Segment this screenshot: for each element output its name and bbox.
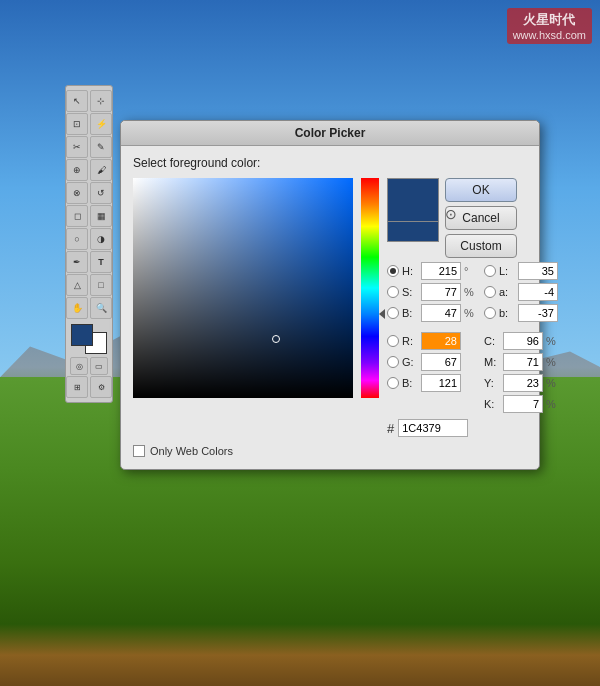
color-picker-dialog: Color Picker Select foreground color: bbox=[120, 120, 540, 470]
label-g: G: bbox=[402, 356, 418, 368]
extra-tool-2[interactable]: ⚙ bbox=[90, 376, 112, 398]
input-l[interactable] bbox=[518, 262, 558, 280]
color-field-wrap bbox=[133, 178, 353, 398]
field-row-s: S: % bbox=[387, 283, 478, 301]
input-b2[interactable] bbox=[421, 374, 461, 392]
watermark-logo: 火星时代 bbox=[513, 11, 586, 29]
preview-buttons-row: ⊙ OK Cancel Custom bbox=[387, 178, 560, 258]
radio-b[interactable] bbox=[387, 307, 399, 319]
field-row-k: K: % bbox=[484, 395, 560, 413]
field-row-m: M: % bbox=[484, 353, 560, 371]
eye-dropper-icon[interactable]: ⊙ bbox=[445, 206, 457, 222]
radio-s[interactable] bbox=[387, 286, 399, 298]
shape-tool[interactable]: □ bbox=[90, 274, 112, 296]
toolbar-panel: ↖ ⊹ ⊡ ⚡ ✂ ✎ ⊕ 🖌 ⊗ ↺ ◻ ▦ ○ ◑ ✒ T △ □ ✋ 🔍 bbox=[65, 85, 113, 403]
color-preview-current bbox=[387, 178, 439, 222]
label-c: C: bbox=[484, 335, 500, 347]
input-a[interactable] bbox=[518, 283, 558, 301]
brush-tool[interactable]: 🖌 bbox=[90, 159, 112, 181]
hex-row: # bbox=[387, 419, 560, 437]
unit-h: ° bbox=[464, 265, 478, 277]
input-r[interactable] bbox=[421, 332, 461, 350]
input-b[interactable] bbox=[421, 304, 461, 322]
stamp-tool[interactable]: ⊗ bbox=[66, 182, 88, 204]
input-b3[interactable] bbox=[518, 304, 558, 322]
hue-arrow bbox=[379, 309, 385, 319]
blur-tool[interactable]: ○ bbox=[66, 228, 88, 250]
history-tool[interactable]: ↺ bbox=[90, 182, 112, 204]
field-row-r: R: bbox=[387, 332, 478, 350]
tool-row-9: △ □ bbox=[66, 274, 112, 296]
tool-row-2: ⊡ ⚡ bbox=[66, 113, 112, 135]
heal-tool[interactable]: ⊕ bbox=[66, 159, 88, 181]
input-k[interactable] bbox=[503, 395, 543, 413]
screen-mode-icon[interactable]: ▭ bbox=[90, 357, 108, 375]
ok-button[interactable]: OK bbox=[445, 178, 517, 202]
eraser-tool[interactable]: ◻ bbox=[66, 205, 88, 227]
radio-a[interactable] bbox=[484, 286, 496, 298]
label-s: S: bbox=[402, 286, 418, 298]
dialog-title: Color Picker bbox=[295, 126, 366, 140]
path-tool[interactable]: △ bbox=[66, 274, 88, 296]
label-l: L: bbox=[499, 265, 515, 277]
hand-tool[interactable]: ✋ bbox=[66, 297, 88, 319]
gradient-tool[interactable]: ▦ bbox=[90, 205, 112, 227]
tool-row-10: ✋ 🔍 bbox=[66, 297, 112, 319]
dialog-titlebar: Color Picker bbox=[121, 121, 539, 146]
radio-h[interactable] bbox=[387, 265, 399, 277]
crop-tool[interactable]: ✂ bbox=[66, 136, 88, 158]
unit-m: % bbox=[546, 356, 560, 368]
label-b: B: bbox=[402, 307, 418, 319]
field-row-b2: B: bbox=[387, 374, 478, 392]
pen-tool[interactable]: ✒ bbox=[66, 251, 88, 273]
tool-row-6: ◻ ▦ bbox=[66, 205, 112, 227]
radio-r[interactable] bbox=[387, 335, 399, 347]
input-h[interactable] bbox=[421, 262, 461, 280]
radio-b3[interactable] bbox=[484, 307, 496, 319]
color-field[interactable] bbox=[133, 178, 353, 398]
radio-g[interactable] bbox=[387, 356, 399, 368]
select-foreground-label: Select foreground color: bbox=[133, 156, 527, 170]
lasso-tool[interactable]: ⊡ bbox=[66, 113, 88, 135]
radio-l[interactable] bbox=[484, 265, 496, 277]
picker-main: ⊙ OK Cancel Custom H: bbox=[133, 178, 527, 437]
fields-col-right: L: a: b: bbox=[484, 262, 560, 413]
select-tool[interactable]: ⊹ bbox=[90, 90, 112, 112]
hue-strip[interactable] bbox=[361, 178, 379, 398]
input-y[interactable] bbox=[503, 374, 543, 392]
label-m: M: bbox=[484, 356, 500, 368]
text-tool[interactable]: T bbox=[90, 251, 112, 273]
label-b2: B: bbox=[402, 377, 418, 389]
input-s[interactable] bbox=[421, 283, 461, 301]
custom-button[interactable]: Custom bbox=[445, 234, 517, 258]
quick-mask-icon[interactable]: ◎ bbox=[70, 357, 88, 375]
field-row-c: C: % bbox=[484, 332, 560, 350]
tool-row-3: ✂ ✎ bbox=[66, 136, 112, 158]
zoom-tool[interactable]: 🔍 bbox=[90, 297, 112, 319]
unit-c: % bbox=[546, 335, 560, 347]
only-web-checkbox[interactable] bbox=[133, 445, 145, 457]
only-web-row: Only Web Colors bbox=[133, 445, 527, 457]
unit-b: % bbox=[464, 307, 478, 319]
hex-label: # bbox=[387, 421, 394, 436]
input-m[interactable] bbox=[503, 353, 543, 371]
tool-row-4: ⊕ 🖌 bbox=[66, 159, 112, 181]
dialog-body: Select foreground color: bbox=[121, 146, 539, 469]
foreground-color-box[interactable] bbox=[71, 324, 93, 346]
radio-b2[interactable] bbox=[387, 377, 399, 389]
field-row-b: B: % bbox=[387, 304, 478, 322]
eyedropper-tool[interactable]: ✎ bbox=[90, 136, 112, 158]
label-y: Y: bbox=[484, 377, 500, 389]
hue-strip-wrap bbox=[361, 178, 379, 398]
move-tool[interactable]: ↖ bbox=[66, 90, 88, 112]
input-g[interactable] bbox=[421, 353, 461, 371]
fields-col-left: H: ° S: % bbox=[387, 262, 478, 413]
input-c[interactable] bbox=[503, 332, 543, 350]
magic-wand-tool[interactable]: ⚡ bbox=[90, 113, 112, 135]
hex-input[interactable] bbox=[398, 419, 468, 437]
color-preview-old bbox=[387, 222, 439, 242]
tool-row-1: ↖ ⊹ bbox=[66, 90, 112, 112]
extra-tool-1[interactable]: ⊞ bbox=[66, 376, 88, 398]
dodge-tool[interactable]: ◑ bbox=[90, 228, 112, 250]
watermark-url: www.hxsd.com bbox=[513, 29, 586, 41]
